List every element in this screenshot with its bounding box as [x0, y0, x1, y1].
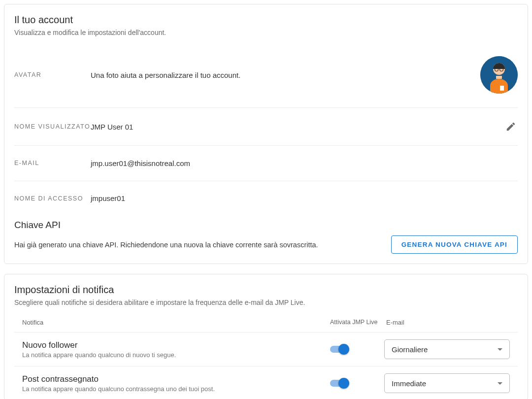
- svg-rect-6: [500, 86, 504, 91]
- notification-frequency-select[interactable]: Giornaliere: [384, 339, 510, 359]
- avatar-person-icon: [480, 56, 518, 94]
- notifications-card: Impostazioni di notifica Scegliere quali…: [4, 274, 528, 399]
- notification-frequency-cell: Giornaliere: [384, 339, 510, 359]
- api-title: Chiave API: [14, 220, 518, 231]
- notification-subtitle: La notifica appare quando qualcuno contr…: [22, 385, 330, 393]
- toggle-knob-icon: [338, 378, 349, 389]
- displayname-action: [478, 120, 518, 133]
- notification-frequency-value: Immediate: [392, 379, 426, 388]
- login-label: NOME DI ACCESSO: [14, 193, 91, 204]
- email-label: E-MAIL: [14, 158, 91, 169]
- displayname-label: NOME VISUALIZZATO: [14, 121, 91, 133]
- email-value: jmp.user01@thisisnotreal.com: [91, 159, 518, 167]
- notification-toggle-cell: [330, 346, 384, 353]
- notification-subtitle: La notifica appare quando qualcuno di nu…: [22, 351, 330, 359]
- notification-toggle[interactable]: [330, 346, 348, 353]
- generate-api-key-button[interactable]: GENERA NUOVA CHIAVE API: [391, 235, 518, 254]
- notification-title: Nuovo follower: [22, 340, 330, 350]
- notification-title: Post contrassegnato: [22, 374, 330, 384]
- notification-frequency-cell: Immediate: [384, 373, 510, 393]
- notification-row: Post contrassegnato La notifica appare q…: [14, 366, 518, 399]
- notification-info: Nuovo follower La notifica appare quando…: [22, 340, 330, 359]
- login-row: NOME DI ACCESSO jmpuser01: [14, 181, 518, 208]
- avatar-action: [478, 56, 518, 94]
- notification-info: Post contrassegnato La notifica appare q…: [22, 374, 330, 393]
- chevron-down-icon: [498, 348, 502, 351]
- email-row: E-MAIL jmp.user01@thisisnotreal.com: [14, 146, 518, 181]
- account-card: Il tuo account Visualizza e modifica le …: [4, 4, 528, 264]
- notification-toggle[interactable]: [330, 380, 348, 387]
- displayname-value: JMP User 01: [91, 123, 478, 131]
- api-desc: Hai già generato una chiave API. Richied…: [14, 241, 318, 249]
- notification-row: Nuovo follower La notifica appare quando…: [14, 332, 518, 366]
- avatar-label: AVATAR: [14, 69, 91, 81]
- notifications-title: Impostazioni di notifica: [14, 284, 518, 296]
- avatar-desc: Una foto aiuta a personalizzare il tuo a…: [91, 71, 478, 79]
- col-header-enabled: Attivata JMP Live: [330, 318, 384, 326]
- notification-frequency-value: Giornaliere: [392, 345, 428, 354]
- svg-rect-5: [496, 76, 502, 79]
- api-row: Hai già generato una chiave API. Richied…: [14, 235, 518, 254]
- displayname-row: NOME VISUALIZZATO JMP User 01: [14, 108, 518, 146]
- account-desc: Visualizza e modifica le impostazioni de…: [14, 29, 518, 36]
- notifications-desc: Scegliere quali notifiche si desidera ab…: [14, 299, 518, 306]
- col-header-notification: Notifica: [22, 319, 330, 326]
- pencil-icon: [505, 121, 516, 132]
- edit-displayname-button[interactable]: [504, 120, 518, 133]
- chevron-down-icon: [498, 382, 502, 385]
- toggle-knob-icon: [338, 344, 349, 355]
- notification-frequency-select[interactable]: Immediate: [384, 373, 510, 393]
- login-value: jmpuser01: [91, 194, 518, 202]
- account-title: Il tuo account: [14, 14, 518, 26]
- notification-toggle-cell: [330, 380, 384, 387]
- avatar[interactable]: [480, 56, 518, 94]
- avatar-row: AVATAR Una foto aiuta a personalizzare i…: [14, 50, 518, 108]
- notifications-table-header: Notifica Attivata JMP Live E-mail: [14, 312, 518, 332]
- col-header-email: E-mail: [384, 319, 510, 326]
